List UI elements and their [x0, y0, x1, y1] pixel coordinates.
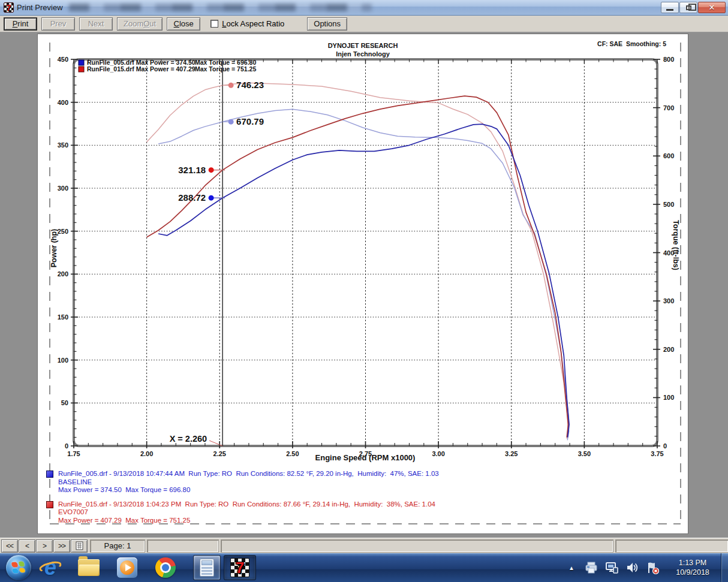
svg-text:0: 0 [663, 442, 667, 450]
close-preview-button[interactable]: Close [167, 17, 200, 31]
run-info-evo7007: RunFile_015.drf - 9/13/2018 1:04:23 PM R… [46, 500, 439, 525]
run-info-line: BASELINE [58, 478, 439, 487]
preview-workspace: DYNOJET RESEARCH Injen Technology CF: SA… [0, 32, 728, 538]
run-info-line: RunFile_005.drf - 9/13/2018 10:47:44 AM … [58, 470, 439, 478]
start-button[interactable] [6, 555, 31, 580]
restore-icon [686, 5, 691, 10]
show-desktop-button[interactable] [721, 553, 728, 582]
last-page-button[interactable]: >> [53, 539, 70, 553]
volume-tray-icon[interactable] [625, 560, 639, 575]
chrome-icon[interactable] [155, 556, 176, 579]
lock-aspect-ratio-label: Lock Aspect Ratio [222, 19, 284, 28]
taskbar-clock[interactable]: 1:13 PM 10/9/2018 [669, 558, 716, 577]
run-color-swatch-red [46, 501, 53, 508]
taskbar: e 7 ▲ [0, 553, 728, 582]
svg-text:450: 450 [58, 56, 68, 63]
curve-torque-015 [147, 83, 568, 439]
network-tray-icon[interactable] [604, 560, 619, 575]
statusbar: << < > >> Page: 1 [0, 538, 728, 553]
clock-date: 10/9/2018 [669, 568, 716, 577]
close-icon: ✕ [709, 3, 715, 12]
svg-text:288.72: 288.72 [178, 192, 206, 203]
plot-border [74, 59, 657, 446]
svg-text:2.25: 2.25 [213, 450, 226, 457]
svg-text:670.79: 670.79 [236, 116, 264, 126]
show-hidden-icons-button[interactable]: ▲ [568, 565, 574, 571]
run-color-swatch-blue [46, 471, 53, 478]
system-tray: ▲ 1 [568, 553, 728, 582]
run-info-line: EVO7007 [58, 508, 435, 517]
svg-text:700: 700 [663, 104, 674, 111]
left-axis-title: Power (hp) [50, 209, 58, 287]
run-info-line: RunFile_015.drf - 9/13/2018 1:04:23 PM R… [58, 500, 435, 509]
right-axis-title: Torque (ft-lbs) [672, 206, 680, 284]
svg-text:300: 300 [663, 297, 674, 304]
zoom-out-button[interactable]: Zoom Out [117, 17, 163, 31]
dynojet-app-icon: 7 [230, 558, 249, 577]
calculator-icon [200, 559, 214, 577]
close-button[interactable]: ✕ [698, 2, 726, 13]
svg-text:100: 100 [663, 394, 674, 401]
internet-explorer-icon[interactable]: e [40, 556, 61, 579]
titlebar[interactable]: 7 Print Preview ✕ [0, 0, 728, 16]
status-cell [615, 539, 728, 553]
printer-tray-icon[interactable] [584, 560, 598, 575]
run-info-line: Max Power = 407.29 Max Torque = 751.25 [58, 517, 435, 525]
clock-time: 1:13 PM [669, 558, 716, 568]
curve-power-005 [158, 124, 569, 438]
minimize-button[interactable] [661, 2, 679, 13]
svg-text:350: 350 [58, 141, 68, 149]
lock-aspect-ratio-control: Lock Aspect Ratio [210, 19, 284, 28]
windows-logo-icon [11, 561, 25, 574]
first-page-button[interactable]: << [1, 539, 18, 553]
next-page-button[interactable]: > [36, 539, 53, 553]
svg-text:100: 100 [58, 357, 68, 364]
status-cell [221, 539, 613, 553]
next-button[interactable]: Next [79, 17, 113, 31]
media-player-icon[interactable] [116, 556, 138, 579]
svg-text:200: 200 [58, 270, 68, 278]
run-info-block: RunFile_005.drf - 9/13/2018 10:47:44 AM … [46, 470, 439, 530]
svg-text:600: 600 [663, 152, 674, 159]
svg-text:3.50: 3.50 [578, 450, 591, 457]
svg-text:200: 200 [663, 346, 674, 353]
svg-text:1.75: 1.75 [67, 450, 80, 457]
curve-torque-005 [158, 109, 569, 440]
prev-page-button[interactable]: < [19, 539, 35, 553]
window-title: Print Preview [17, 3, 63, 12]
prev-button[interactable]: Prev [41, 17, 75, 31]
svg-text:746.23: 746.23 [236, 80, 264, 90]
svg-text:300: 300 [58, 185, 68, 192]
calculator-taskbar-button[interactable] [193, 555, 221, 580]
page-indicator: Page: 1 [90, 539, 145, 553]
cursor-x-label: X = 2.260 [170, 434, 207, 444]
windows-explorer-icon[interactable] [78, 556, 100, 579]
svg-text:321.18: 321.18 [178, 165, 206, 175]
svg-text:400: 400 [58, 99, 68, 106]
curve-power-015 [147, 96, 568, 438]
preview-page: DYNOJET RESEARCH Injen Technology CF: SA… [38, 34, 688, 533]
svg-text:3.25: 3.25 [505, 450, 518, 457]
page-setup-button[interactable] [71, 539, 88, 553]
svg-text:RunFile_015.drf Max Power = 40: RunFile_015.drf Max Power = 407.29 [87, 65, 195, 73]
desktop: 7 Print Preview ✕ Print Prev Next Zoom O… [0, 0, 728, 582]
svg-text:50: 50 [61, 399, 68, 406]
minimize-icon [666, 9, 673, 11]
dynojet-winpep-taskbar-button[interactable]: 7 [224, 555, 256, 580]
action-center-tray-icon[interactable] [645, 560, 660, 575]
blurred-file-path [69, 4, 372, 11]
gridlines [74, 59, 657, 446]
page-setup-icon [76, 541, 83, 550]
x-axis-title: Engine Speed (RPM x1000) [275, 453, 455, 462]
toolbar: Print Prev Next Zoom Out Close Lock Aspe… [0, 16, 728, 32]
svg-text:150: 150 [58, 313, 68, 321]
run-info-line: Max Power = 374.50 Max Torque = 696.80 [58, 486, 439, 494]
options-button[interactable]: Options [307, 17, 347, 31]
lock-aspect-ratio-checkbox[interactable] [210, 20, 218, 28]
app-icon: 7 [4, 2, 14, 13]
print-button[interactable]: Print [4, 17, 37, 31]
restore-button[interactable] [679, 2, 697, 13]
svg-text:800: 800 [663, 56, 674, 63]
svg-text:Max Torque = 751.25: Max Torque = 751.25 [195, 65, 256, 73]
chart-legend: RunFile_005.drf Max Power = 374.50Max To… [79, 59, 256, 73]
